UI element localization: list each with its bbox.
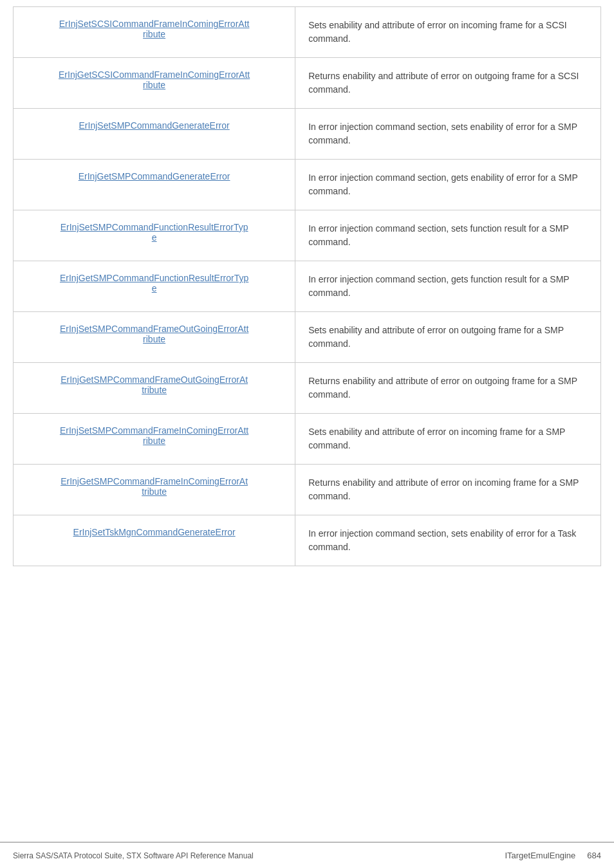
api-link-cell: ErInjGetSCSICommandFrameInComingErrorAtt… xyxy=(14,58,295,109)
api-link-10[interactable]: ErInjSetTskMgnCommandGenerateError xyxy=(73,527,236,537)
table-row: ErInjSetSMPCommandFunctionResultErrorTyp… xyxy=(14,210,601,261)
table-row: ErInjSetTskMgnCommandGenerateErrorIn err… xyxy=(14,515,601,566)
api-link-5[interactable]: ErInjGetSMPCommandFunctionResultErrorTyp… xyxy=(60,273,248,293)
api-description-cell: In error injection command section, gets… xyxy=(295,160,601,210)
table-row: ErInjSetSMPCommandFrameOutGoingErrorAttr… xyxy=(14,312,601,363)
page-wrapper: ErInjSetSCSICommandFrameInComingErrorAtt… xyxy=(0,0,614,868)
api-description-cell: In error injection command section, sets… xyxy=(295,515,601,566)
api-link-0[interactable]: ErInjSetSCSICommandFrameInComingErrorAtt… xyxy=(59,19,250,39)
api-link-cell: ErInjGetSMPCommandFrameOutGoingErrorAttr… xyxy=(14,363,295,414)
api-link-cell: ErInjSetSMPCommandFrameOutGoingErrorAttr… xyxy=(14,312,295,363)
api-link-3[interactable]: ErInjGetSMPCommandGenerateError xyxy=(79,171,230,181)
table-row: ErInjSetSMPCommandFrameInComingErrorAttr… xyxy=(14,414,601,465)
api-description-cell: Sets enability and attribute of error on… xyxy=(295,414,601,465)
api-link-cell: ErInjGetSMPCommandFunctionResultErrorTyp… xyxy=(14,261,295,312)
table-row: ErInjGetSMPCommandFrameOutGoingErrorAttr… xyxy=(14,363,601,414)
table-row: ErInjGetSMPCommandFrameInComingErrorAttr… xyxy=(14,465,601,515)
table-row: ErInjSetSMPCommandGenerateErrorIn error … xyxy=(14,109,601,160)
api-link-9[interactable]: ErInjGetSMPCommandFrameInComingErrorAttr… xyxy=(60,476,248,497)
api-link-2[interactable]: ErInjSetSMPCommandGenerateError xyxy=(79,120,230,131)
api-link-8[interactable]: ErInjSetSMPCommandFrameInComingErrorAttr… xyxy=(60,425,248,446)
api-link-4[interactable]: ErInjSetSMPCommandFunctionResultErrorTyp… xyxy=(60,222,248,243)
table-row: ErInjGetSMPCommandGenerateErrorIn error … xyxy=(14,160,601,210)
table-row: ErInjSetSCSICommandFrameInComingErrorAtt… xyxy=(14,7,601,58)
api-description-cell: Returns enability and attribute of error… xyxy=(295,363,601,414)
api-description-cell: In error injection command section, sets… xyxy=(295,109,601,160)
table-row: ErInjGetSCSICommandFrameInComingErrorAtt… xyxy=(14,58,601,109)
api-link-cell: ErInjSetSMPCommandFunctionResultErrorTyp… xyxy=(14,210,295,261)
api-description-cell: In error injection command section, gets… xyxy=(295,261,601,312)
footer-page: 684 xyxy=(587,851,601,860)
api-link-1[interactable]: ErInjGetSCSICommandFrameInComingErrorAtt… xyxy=(59,69,250,90)
footer-right: ITargetEmulEngine 684 xyxy=(505,851,601,860)
api-description-cell: In error injection command section, sets… xyxy=(295,210,601,261)
api-link-7[interactable]: ErInjGetSMPCommandFrameOutGoingErrorAttr… xyxy=(60,374,248,395)
api-table: ErInjSetSCSICommandFrameInComingErrorAtt… xyxy=(13,6,601,566)
footer-interface: ITargetEmulEngine xyxy=(505,851,575,860)
api-description-cell: Returns enability and attribute of error… xyxy=(295,465,601,515)
api-link-cell: ErInjSetSMPCommandGenerateError xyxy=(14,109,295,160)
table-row: ErInjGetSMPCommandFunctionResultErrorTyp… xyxy=(14,261,601,312)
api-description-cell: Sets enability and attribute of error on… xyxy=(295,312,601,363)
api-link-cell: ErInjSetSCSICommandFrameInComingErrorAtt… xyxy=(14,7,295,58)
api-link-cell: ErInjGetSMPCommandGenerateError xyxy=(14,160,295,210)
footer: Sierra SAS/SATA Protocol Suite, STX Soft… xyxy=(0,842,614,868)
api-description-cell: Sets enability and attribute of error on… xyxy=(295,7,601,58)
api-description-cell: Returns enability and attribute of error… xyxy=(295,58,601,109)
main-content: ErInjSetSCSICommandFrameInComingErrorAtt… xyxy=(0,0,614,842)
api-link-6[interactable]: ErInjSetSMPCommandFrameOutGoingErrorAttr… xyxy=(60,324,248,344)
api-link-cell: ErInjSetTskMgnCommandGenerateError xyxy=(14,515,295,566)
api-link-cell: ErInjGetSMPCommandFrameInComingErrorAttr… xyxy=(14,465,295,515)
footer-left: Sierra SAS/SATA Protocol Suite, STX Soft… xyxy=(13,851,254,860)
api-link-cell: ErInjSetSMPCommandFrameInComingErrorAttr… xyxy=(14,414,295,465)
